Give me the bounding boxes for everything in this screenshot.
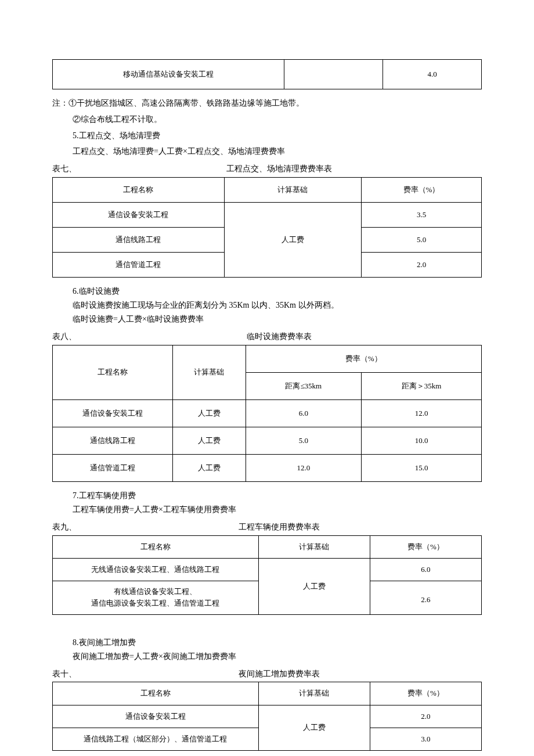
col-subheader: 距离＞35km <box>362 372 482 399</box>
section-5-formula: 工程点交、场地清理费=人工费×工程点交、场地清理费费率 <box>52 145 482 159</box>
table-10: 工程名称 计算基础 费率（%） 通信设备安装工程 人工费 2.0 通信线路工程（… <box>52 682 482 750</box>
top-fragment-table: 移动通信基站设备安装工程 4.0 <box>52 59 482 89</box>
cell-name: 通信管道工程 <box>53 253 225 278</box>
cell-name: 通信线路工程 <box>53 228 225 253</box>
table-8-title: 临时设施费费率表 <box>77 330 482 344</box>
cell-rate: 6.0 <box>370 558 481 581</box>
cell-rate: 12.0 <box>246 455 362 482</box>
col-header: 费率（%） <box>246 345 481 372</box>
cell-rate: 10.0 <box>362 427 482 454</box>
table-row: 通信设备安装工程 人工费 2.0 <box>53 705 482 728</box>
note-1-text: ①干扰地区指城区、高速公路隔离带、铁路路基边缘等施工地带。 <box>68 99 304 107</box>
cell-rate: 3.5 <box>362 203 482 228</box>
cell-rate: 5.0 <box>246 427 362 454</box>
cell-name: 通信设备安装工程 <box>53 705 259 728</box>
note-line-1: 注：①干扰地区指城区、高速公路隔离带、铁路路基边缘等施工地带。 <box>52 96 482 110</box>
cell-name: 通信设备安装工程 <box>53 399 173 427</box>
section-6-title: 6.临时设施费 <box>52 285 482 298</box>
table-10-title: 夜间施工增加费费率表 <box>77 667 482 681</box>
table-row: 移动通信基站设备安装工程 4.0 <box>53 60 482 89</box>
cell-rate: 15.0 <box>362 455 482 482</box>
table-row: 通信管道工程 人工费 12.0 15.0 <box>53 455 482 482</box>
section-7-title: 7.工程车辆使用费 <box>52 489 482 503</box>
cell-rate: 5.0 <box>362 228 482 253</box>
section-8-line1: 夜间施工增加费=人工费×夜间施工增加费费率 <box>52 650 482 664</box>
col-header: 费率（%） <box>370 535 481 558</box>
cell-name: 通信设备安装工程 <box>53 203 225 228</box>
table-row: 工程名称 计算基础 费率（%） <box>53 345 482 372</box>
table-7-label: 表七、 工程点交、场地清理费费率表 <box>52 162 482 176</box>
table-row: 无线通信设备安装工程、通信线路工程 人工费 6.0 <box>53 558 482 581</box>
col-subheader: 距离≤35km <box>246 372 362 399</box>
table-9-title: 工程车辆使用费费率表 <box>77 520 482 534</box>
section-8-title: 8.夜间施工增加费 <box>52 636 482 650</box>
cell-name: 通信线路工程（城区部分）、通信管道工程 <box>53 728 259 750</box>
table-8-tag: 表八、 <box>52 330 77 344</box>
section-5-title: 5.工程点交、场地清理费 <box>52 129 482 143</box>
cell-rate: 2.0 <box>362 253 482 278</box>
cell-basis: 人工费 <box>258 705 370 750</box>
table-row: 通信设备安装工程 人工费 6.0 12.0 <box>53 399 482 427</box>
table-8-label: 表八、 临时设施费费率表 <box>52 330 482 344</box>
cell-rate: 4.0 <box>383 60 482 89</box>
cell-name: 无线通信设备安装工程、通信线路工程 <box>53 558 259 581</box>
col-header: 费率（%） <box>362 178 482 203</box>
table-8: 工程名称 计算基础 费率（%） 距离≤35km 距离＞35km 通信设备安装工程… <box>52 345 482 482</box>
cell-basis: 人工费 <box>224 203 361 278</box>
col-header: 计算基础 <box>258 535 370 558</box>
cell-rate: 6.0 <box>246 399 362 427</box>
table-7-title: 工程点交、场地清理费费率表 <box>77 162 482 176</box>
col-header: 工程名称 <box>53 682 259 705</box>
table-row: 工程名称 计算基础 费率（%） <box>53 178 482 203</box>
table-7-tag: 表七、 <box>52 162 77 176</box>
cell-empty <box>284 60 383 89</box>
cell-name: 通信管道工程 <box>53 455 173 482</box>
cell-basis: 人工费 <box>258 558 370 615</box>
col-header: 工程名称 <box>53 178 225 203</box>
cell-name: 移动通信基站设备安装工程 <box>53 60 284 89</box>
table-row: 工程名称 计算基础 费率（%） <box>53 535 482 558</box>
cell-name: 通信线路工程 <box>53 427 173 454</box>
table-10-tag: 表十、 <box>52 667 77 681</box>
col-header: 费率（%） <box>370 682 481 705</box>
table-10-label: 表十、 夜间施工增加费费率表 <box>52 667 482 681</box>
col-header: 计算基础 <box>224 178 361 203</box>
note-prefix: 注： <box>52 99 68 107</box>
cell-rate: 12.0 <box>362 399 482 427</box>
table-9: 工程名称 计算基础 费率（%） 无线通信设备安装工程、通信线路工程 人工费 6.… <box>52 535 482 615</box>
cell-basis: 人工费 <box>172 399 246 427</box>
col-header: 工程名称 <box>53 345 173 399</box>
table-9-tag: 表九、 <box>52 520 77 534</box>
col-header: 计算基础 <box>258 682 370 705</box>
section-6-line2: 临时设施费=人工费×临时设施费费率 <box>52 312 482 326</box>
table-row: 工程名称 计算基础 费率（%） <box>53 682 482 705</box>
cell-basis: 人工费 <box>172 427 246 454</box>
section-6-line1: 临时设施费按施工现场与企业的距离划分为 35Km 以内、35Km 以外两档。 <box>52 298 482 312</box>
table-9-label: 表九、 工程车辆使用费费率表 <box>52 520 482 534</box>
table-row: 通信线路工程 人工费 5.0 10.0 <box>53 427 482 454</box>
col-header: 工程名称 <box>53 535 259 558</box>
cell-rate: 2.0 <box>370 705 481 728</box>
table-row: 通信设备安装工程 人工费 3.5 <box>53 203 482 228</box>
col-header: 计算基础 <box>172 345 246 399</box>
table-7: 工程名称 计算基础 费率（%） 通信设备安装工程 人工费 3.5 通信线路工程 … <box>52 177 482 278</box>
section-7-line1: 工程车辆使用费=人工费×工程车辆使用费费率 <box>52 503 482 517</box>
note-line-2: ②综合布线工程不计取。 <box>52 113 482 127</box>
cell-basis: 人工费 <box>172 455 246 482</box>
cell-rate: 3.0 <box>370 728 481 750</box>
cell-rate: 2.6 <box>370 581 481 615</box>
cell-name: 有线通信设备安装工程、 通信电源设备安装工程、通信管道工程 <box>53 581 259 615</box>
